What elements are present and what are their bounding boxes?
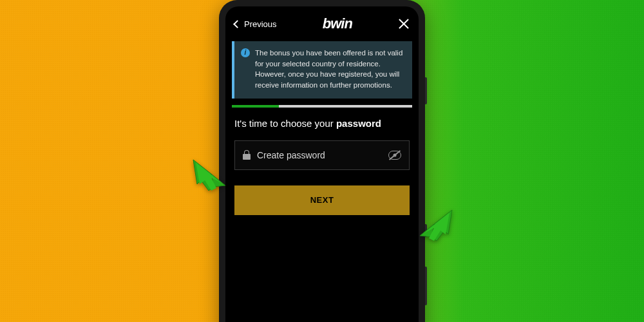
top-nav: Previous bwin	[225, 6, 419, 39]
info-banner: i The bonus you have been offered is not…	[232, 41, 412, 99]
close-button[interactable]	[398, 18, 410, 30]
info-message: The bonus you have been offered is not v…	[255, 48, 404, 91]
page-heading: It's time to choose your password	[234, 118, 410, 129]
progress-fill	[232, 105, 279, 108]
annotation-arrow-icon	[192, 158, 228, 192]
phone-frame: Previous bwin i The bonus you have been …	[219, 0, 425, 322]
phone-side-button	[425, 267, 427, 305]
password-field-container[interactable]	[234, 140, 410, 170]
next-button[interactable]: NEXT	[234, 185, 410, 215]
form-content: It's time to choose your password NEXT	[225, 118, 419, 215]
screen: Previous bwin i The bonus you have been …	[225, 6, 419, 322]
brand-logo: bwin	[323, 15, 352, 32]
phone-side-button	[425, 77, 427, 104]
progress-bar	[232, 105, 412, 108]
heading-bold: password	[336, 118, 381, 129]
password-input[interactable]	[257, 150, 382, 160]
annotation-arrow-icon	[417, 209, 453, 242]
back-button[interactable]: Previous	[234, 19, 277, 29]
back-label: Previous	[244, 19, 277, 29]
eye-off-icon[interactable]	[388, 151, 401, 160]
chevron-left-icon	[233, 20, 242, 28]
heading-prefix: It's time to choose your	[234, 118, 336, 129]
info-icon: i	[241, 48, 250, 57]
lock-icon	[243, 151, 251, 160]
